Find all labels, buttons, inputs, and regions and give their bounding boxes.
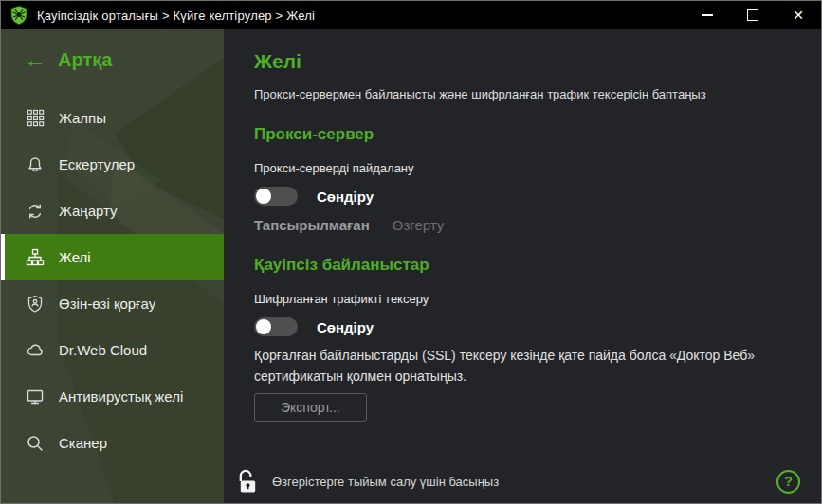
ssl-toggle-label: Шифрланған трафикті тексеру — [254, 291, 821, 307]
sidebar-item-drweb-cloud[interactable]: Dr.Web Cloud — [1, 327, 224, 373]
ssl-toggle-row: Сөндіру — [254, 317, 821, 336]
page-title: Желі — [254, 48, 821, 75]
proxy-status: Тапсырылмаған — [254, 217, 370, 233]
ssl-toggle-state: Сөндіру — [317, 319, 374, 335]
refresh-icon — [26, 202, 45, 221]
settings-sidebar: ← Артқа Жалпы — [1, 29, 224, 503]
help-icon: ? — [784, 474, 793, 489]
maximize-icon — [747, 9, 758, 21]
unlock-icon[interactable] — [236, 467, 260, 495]
back-label: Артқа — [58, 49, 112, 71]
grid-icon — [26, 109, 45, 128]
titlebar: Қауіпсіздік орталығы > Күйге келтірулер … — [1, 1, 821, 29]
sidebar-item-antivirus-network[interactable]: Антивирустық желі — [1, 373, 224, 420]
export-button[interactable]: Экспорт... — [254, 393, 367, 422]
ssl-certificate-note: Қорғалған байланыстарды (SSL) тексеру ке… — [254, 345, 821, 387]
monitor-icon — [26, 387, 45, 406]
sidebar-item-network[interactable]: Желі — [1, 234, 224, 280]
close-button[interactable]: ✕ — [776, 1, 821, 29]
sidebar-item-update[interactable]: Жаңарту — [1, 188, 224, 234]
toggle-knob — [256, 319, 271, 334]
proxy-status-row: Тапсырылмаған Өзгерту — [254, 217, 821, 233]
sidebar-item-label: Антивирустық желі — [59, 388, 183, 405]
back-button[interactable]: ← Артқа — [24, 48, 224, 71]
toggle-knob — [256, 189, 271, 204]
help-button[interactable]: ? — [776, 470, 800, 494]
drweb-logo-icon — [9, 5, 28, 26]
close-icon: ✕ — [793, 8, 804, 23]
proxy-change-link[interactable]: Өзгерту — [393, 217, 445, 233]
sidebar-item-self-protection[interactable]: Өзін-өзі қорғау — [1, 280, 224, 327]
drweb-settings-window: Қауіпсіздік орталығы > Күйге келтірулер … — [0, 0, 822, 504]
back-arrow-icon: ← — [24, 48, 46, 71]
sidebar-item-label: Ескертулер — [59, 156, 135, 172]
sidebar-item-scanner[interactable]: Сканер — [1, 420, 224, 466]
sidebar-item-label: Жаңарту — [59, 203, 118, 219]
proxy-toggle-label: Прокси-серверді пайдалану — [254, 160, 821, 176]
sidebar-item-label: Өзін-өзі қорғау — [59, 296, 155, 312]
proxy-section-heading: Прокси-сервер — [254, 123, 821, 146]
minimize-icon — [702, 14, 713, 16]
network-icon — [26, 248, 45, 267]
page-description: Прокси-сервермен байланысты және шифрлан… — [254, 86, 821, 102]
window-title: Қауіпсіздік орталығы > Күйге келтірулер … — [37, 9, 315, 23]
sidebar-item-label: Желі — [59, 249, 91, 265]
sidebar-item-notifications[interactable]: Ескертулер — [1, 141, 224, 188]
sidebar-item-label: Жалпы — [59, 110, 106, 126]
network-settings-panel: Желі Прокси-сервермен байланысты және ши… — [224, 29, 821, 503]
window-controls: ✕ — [685, 1, 821, 29]
settings-footer: Өзгерістерге тыйым салу үшін басыңыз ? — [224, 459, 821, 503]
bell-icon — [26, 155, 45, 174]
proxy-toggle[interactable] — [254, 187, 298, 206]
lock-hint-text[interactable]: Өзгерістерге тыйым салу үшін басыңыз — [272, 475, 499, 489]
sidebar-item-label: Сканер — [59, 435, 107, 451]
search-icon — [26, 434, 45, 453]
secure-connections-heading: Қауіпсіз байланыстар — [254, 254, 821, 277]
sidebar-item-label: Dr.Web Cloud — [59, 342, 147, 358]
shield-user-icon — [26, 295, 45, 314]
sidebar-nav: Жалпы Ескертулер — [1, 95, 224, 466]
minimize-button[interactable] — [685, 1, 730, 29]
proxy-toggle-state: Сөндіру — [317, 189, 374, 205]
maximize-button[interactable] — [730, 1, 776, 29]
proxy-toggle-row: Сөндіру — [254, 187, 821, 206]
sidebar-item-general[interactable]: Жалпы — [1, 95, 224, 141]
ssl-toggle[interactable] — [254, 317, 298, 336]
cloud-icon — [26, 341, 45, 360]
